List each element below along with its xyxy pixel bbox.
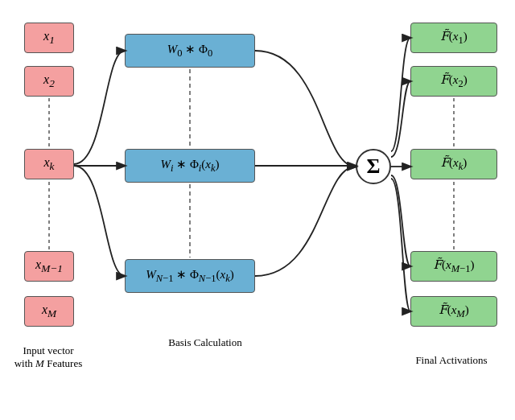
input-vector-label: Input vector with M Features [8,344,89,370]
arrow-w0-to-sigma [255,51,356,167]
arrow-wn-to-sigma [255,167,356,276]
final-activations-label: Final Activations [399,354,504,367]
arrow-xk-to-wn [74,166,125,276]
arrow-sigma-to-fxm1 [391,175,410,266]
arrow-sigma-to-fx1 [391,38,410,151]
input-m-features-text: with M Features [14,357,83,369]
arrow-xk-to-w0 [74,51,125,164]
diagram: x1 x2 xk xM−1 xM W0 ∗ Φ0 Wi ∗ Φi(xk) WN−… [0,0,515,420]
input-vector-text: Input vector [23,344,73,356]
arrow-sigma-to-fxm [391,179,410,311]
basis-calc-label: Basis Calculation [125,336,286,349]
